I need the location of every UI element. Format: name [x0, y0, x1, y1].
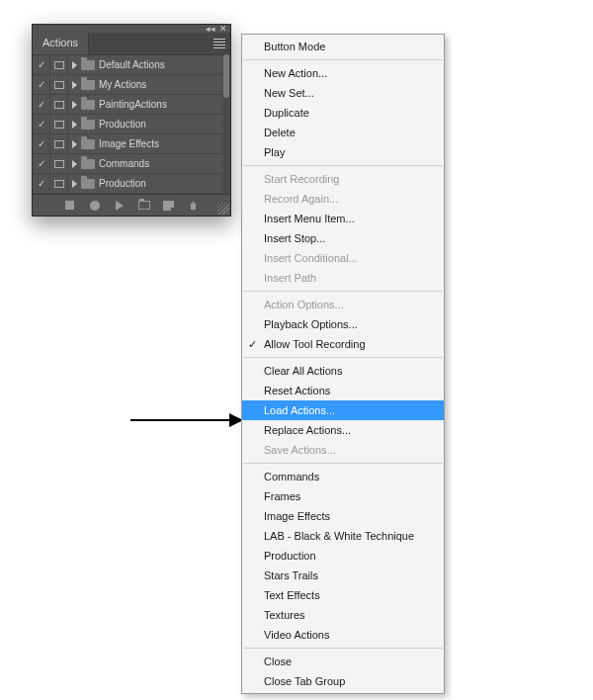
menu-item[interactable]: Close: [242, 652, 444, 671]
menu-item[interactable]: Video Actions: [242, 625, 444, 645]
menu-item-label: Textures: [264, 609, 305, 621]
menu-item-label: Clear All Actions: [264, 365, 342, 377]
dialog-toggle[interactable]: [50, 75, 68, 94]
scrollbar-track[interactable]: [222, 54, 230, 194]
action-set-label: Commands: [99, 158, 149, 169]
play-button[interactable]: [114, 200, 126, 212]
actions-set-row[interactable]: ✓My Actions: [33, 75, 230, 95]
new-set-button[interactable]: [138, 200, 150, 212]
menu-item[interactable]: Reset Actions: [242, 381, 444, 400]
dialog-toggle[interactable]: [50, 95, 68, 114]
menu-item[interactable]: New Set...: [242, 83, 444, 103]
actions-set-row[interactable]: ✓Image Effects: [33, 134, 230, 154]
menu-item-label: New Set...: [264, 87, 314, 99]
action-set-label: Default Actions: [99, 59, 165, 70]
delete-button[interactable]: [188, 200, 200, 212]
actions-set-row[interactable]: ✓Production: [33, 174, 230, 194]
menu-item[interactable]: Textures: [242, 605, 444, 625]
expand-icon[interactable]: [72, 160, 77, 168]
menu-item[interactable]: Clear All Actions: [242, 361, 444, 381]
menu-item[interactable]: Text Effects: [242, 585, 444, 605]
menu-item[interactable]: Playback Options...: [242, 314, 444, 334]
menu-item-label: Reset Actions: [264, 385, 330, 396]
menu-item-label: Image Effects: [264, 510, 330, 522]
menu-item[interactable]: ✓Allow Tool Recording: [242, 334, 444, 354]
expand-icon[interactable]: [72, 61, 77, 69]
menu-item-label: Load Actions...: [264, 404, 335, 416]
folder-icon: [81, 120, 95, 130]
menu-item[interactable]: Production: [242, 546, 444, 566]
panel-footer: [33, 194, 230, 216]
visibility-checkbox[interactable]: ✓: [33, 115, 50, 133]
actions-set-row[interactable]: ✓Default Actions: [33, 55, 230, 75]
panel-titlebar: ◂◂ ✕: [33, 25, 230, 33]
menu-item-label: Button Mode: [264, 41, 325, 52]
expand-icon[interactable]: [72, 121, 77, 129]
menu-item[interactable]: Insert Menu Item...: [242, 209, 444, 228]
folder-icon: [81, 80, 95, 90]
menu-item-label: Production: [264, 550, 316, 562]
menu-item[interactable]: Image Effects: [242, 506, 444, 526]
actions-set-row[interactable]: ✓Production: [33, 115, 230, 134]
expand-icon[interactable]: [72, 81, 77, 89]
dialog-toggle[interactable]: [50, 174, 68, 193]
visibility-checkbox[interactable]: ✓: [33, 174, 50, 193]
visibility-checkbox[interactable]: ✓: [33, 134, 50, 153]
visibility-checkbox[interactable]: ✓: [33, 75, 50, 94]
menu-separator: [243, 463, 443, 464]
tab-actions[interactable]: Actions: [33, 33, 89, 54]
record-button[interactable]: [89, 200, 101, 212]
menu-item: Save Actions...: [242, 440, 444, 460]
dialog-toggle[interactable]: [50, 134, 68, 153]
actions-panel: ◂◂ ✕ Actions ✓Default Actions✓My Actions…: [32, 24, 231, 217]
menu-item-label: Text Effects: [264, 589, 320, 601]
dialog-toggle[interactable]: [50, 154, 68, 173]
menu-item[interactable]: Duplicate: [242, 103, 444, 123]
menu-item-label: Video Actions: [264, 629, 329, 641]
menu-item: Insert Conditional...: [242, 248, 444, 268]
stop-button[interactable]: [64, 200, 76, 212]
new-action-button[interactable]: [163, 200, 175, 212]
menu-item-label: Action Options...: [264, 299, 344, 310]
menu-item-label: Playback Options...: [264, 318, 358, 330]
expand-icon[interactable]: [72, 101, 77, 109]
menu-item[interactable]: Commands: [242, 467, 444, 486]
menu-item-label: Commands: [264, 471, 319, 482]
menu-item[interactable]: New Action...: [242, 63, 444, 83]
menu-item[interactable]: Delete: [242, 123, 444, 142]
menu-item[interactable]: LAB - Black & White Technique: [242, 526, 444, 546]
menu-item-label: Stars Trails: [264, 569, 318, 581]
scrollbar-thumb[interactable]: [223, 54, 229, 98]
resize-grip[interactable]: [217, 203, 229, 215]
menu-item-label: Close: [264, 656, 292, 667]
menu-item[interactable]: Button Mode: [242, 37, 444, 56]
menu-item: Start Recording: [242, 169, 444, 189]
actions-set-row[interactable]: ✓PaintingActions: [33, 95, 230, 115]
visibility-checkbox[interactable]: ✓: [33, 154, 50, 173]
menu-item[interactable]: Replace Actions...: [242, 420, 444, 440]
menu-item[interactable]: Close Tab Group: [242, 671, 444, 691]
visibility-checkbox[interactable]: ✓: [33, 55, 50, 74]
actions-panel-menu: Button ModeNew Action...New Set...Duplic…: [241, 34, 445, 694]
menu-item[interactable]: Play: [242, 142, 444, 162]
menu-item[interactable]: Insert Stop...: [242, 228, 444, 248]
menu-item: Record Again...: [242, 189, 444, 209]
menu-item-label: Insert Menu Item...: [264, 213, 355, 224]
menu-item-label: Start Recording: [264, 173, 339, 185]
visibility-checkbox[interactable]: ✓: [33, 95, 50, 114]
collapse-icon[interactable]: ◂◂: [206, 25, 215, 33]
menu-item[interactable]: Stars Trails: [242, 566, 444, 585]
panel-menu-icon[interactable]: [209, 33, 230, 54]
action-set-label: PaintingActions: [99, 99, 167, 110]
menu-item[interactable]: Load Actions...: [242, 400, 444, 420]
expand-icon[interactable]: [72, 140, 77, 148]
expand-icon[interactable]: [72, 180, 77, 188]
actions-set-row[interactable]: ✓Commands: [33, 154, 230, 174]
menu-item-label: Delete: [264, 127, 296, 138]
close-icon[interactable]: ✕: [219, 25, 227, 33]
dialog-toggle[interactable]: [50, 55, 68, 74]
dialog-toggle[interactable]: [50, 115, 68, 133]
menu-separator: [243, 648, 443, 649]
action-set-label: Production: [99, 178, 146, 189]
menu-item[interactable]: Frames: [242, 486, 444, 506]
